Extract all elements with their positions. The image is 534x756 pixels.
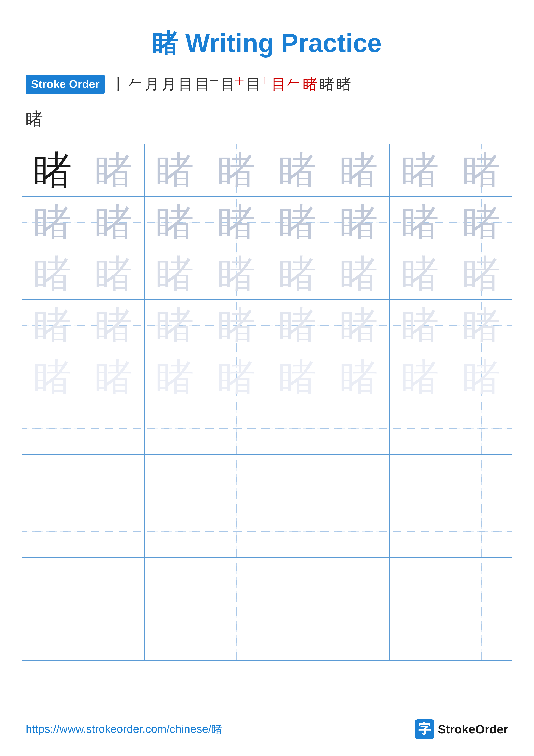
grid-cell[interactable]: 睹 <box>83 248 144 300</box>
grid-cell[interactable] <box>22 506 83 557</box>
footer-logo-icon: 字 <box>415 719 434 739</box>
grid-cell[interactable] <box>22 454 83 506</box>
grid-cell[interactable]: 睹 <box>267 351 328 403</box>
grid-cell[interactable]: 睹 <box>451 144 512 197</box>
grid-cell[interactable] <box>83 609 144 660</box>
grid-cell[interactable]: 睹 <box>328 197 390 248</box>
stroke-step-10: 睹 <box>303 74 318 94</box>
grid-cell[interactable]: 睹 <box>144 144 206 197</box>
grid-cell[interactable] <box>451 609 512 660</box>
footer-brand: 字 StrokeOrder <box>415 719 508 739</box>
stroke-step-5: 目 <box>178 74 193 94</box>
grid-cell[interactable] <box>328 506 390 557</box>
grid-cell[interactable]: 睹 <box>83 300 144 351</box>
grid-cell[interactable] <box>328 557 390 609</box>
grid-cell[interactable]: 睹 <box>206 144 267 197</box>
grid-cell[interactable]: 睹 <box>390 144 451 197</box>
grid-cell[interactable] <box>328 454 390 506</box>
grid-cell[interactable]: 睹 <box>206 248 267 300</box>
grid-cell[interactable]: 睹 <box>390 197 451 248</box>
grid-cell[interactable]: 睹 <box>22 144 83 197</box>
stroke-steps: 丨 𠂉 月 月 目 目一 目十 目土 目𠂉 睹 睹 睹 <box>111 74 508 94</box>
grid-cell[interactable] <box>267 609 328 660</box>
grid-cell[interactable] <box>22 403 83 454</box>
grid-cell[interactable] <box>390 609 451 660</box>
grid-cell[interactable] <box>451 454 512 506</box>
grid-cell[interactable]: 睹 <box>144 300 206 351</box>
grid-cell[interactable]: 睹 <box>83 197 144 248</box>
grid-cell[interactable]: 睹 <box>22 248 83 300</box>
stroke-order-section: Stroke Order 丨 𠂉 月 月 目 目一 目十 目土 目𠂉 睹 睹 睹 <box>0 74 534 94</box>
grid-cell[interactable]: 睹 <box>83 351 144 403</box>
grid-cell[interactable] <box>267 403 328 454</box>
grid-cell[interactable]: 睹 <box>451 248 512 300</box>
footer-url[interactable]: https://www.strokeorder.com/chinese/睹 <box>26 721 222 737</box>
grid-cell[interactable]: 睹 <box>328 248 390 300</box>
grid-cell[interactable]: 睹 <box>390 351 451 403</box>
grid-cell[interactable]: 睹 <box>390 248 451 300</box>
grid-cell[interactable] <box>451 403 512 454</box>
grid-cell[interactable]: 睹 <box>328 300 390 351</box>
grid-cell[interactable] <box>267 506 328 557</box>
page-title: 睹 Writing Practice <box>0 0 534 74</box>
grid-cell[interactable] <box>83 454 144 506</box>
stroke-step-12: 睹 <box>337 74 351 94</box>
grid-cell[interactable] <box>144 557 206 609</box>
grid-cell[interactable]: 睹 <box>451 351 512 403</box>
grid-cell[interactable] <box>390 403 451 454</box>
grid-cell[interactable]: 睹 <box>451 300 512 351</box>
grid-cell[interactable]: 睹 <box>144 248 206 300</box>
grid-cell[interactable]: 睹 <box>267 248 328 300</box>
grid-cell[interactable]: 睹 <box>267 300 328 351</box>
grid-cell[interactable]: 睹 <box>390 300 451 351</box>
grid-cell[interactable]: 睹 <box>267 144 328 197</box>
grid-cell[interactable]: 睹 <box>206 351 267 403</box>
stroke-step-6: 目一 <box>195 74 218 94</box>
grid-cell[interactable] <box>451 506 512 557</box>
stroke-step-2: 𠂉 <box>128 74 142 94</box>
grid-cell[interactable] <box>206 609 267 660</box>
stroke-step-11: 睹 <box>320 74 334 94</box>
grid-cell[interactable]: 睹 <box>267 197 328 248</box>
grid-cell[interactable] <box>206 454 267 506</box>
grid-cell[interactable] <box>267 557 328 609</box>
stroke-step-9: 目𠂉 <box>271 74 301 94</box>
grid-cell[interactable] <box>144 609 206 660</box>
grid-cell[interactable] <box>83 506 144 557</box>
footer-brand-name: StrokeOrder <box>438 722 508 736</box>
grid-cell[interactable] <box>83 403 144 454</box>
grid-cell[interactable]: 睹 <box>83 144 144 197</box>
grid-cell[interactable] <box>328 609 390 660</box>
grid-cell[interactable] <box>390 557 451 609</box>
grid-cell[interactable] <box>206 403 267 454</box>
grid-cell[interactable]: 睹 <box>144 351 206 403</box>
stroke-order-badge: Stroke Order <box>26 74 105 94</box>
grid-cell[interactable] <box>22 609 83 660</box>
grid-cell[interactable] <box>390 454 451 506</box>
footer: https://www.strokeorder.com/chinese/睹 字 … <box>26 719 508 739</box>
grid-cell[interactable]: 睹 <box>451 197 512 248</box>
grid-cell[interactable]: 睹 <box>22 197 83 248</box>
stroke-step-3: 月 <box>145 74 159 94</box>
practice-grid: 睹 睹 睹 睹 睹 睹 睹 睹 睹 睹 睹 睹 睹 睹 睹 睹 睹 睹 睹 睹 … <box>21 144 513 661</box>
grid-cell[interactable]: 睹 <box>328 351 390 403</box>
grid-cell[interactable]: 睹 <box>206 197 267 248</box>
grid-cell[interactable]: 睹 <box>144 197 206 248</box>
grid-cell[interactable] <box>390 506 451 557</box>
grid-cell[interactable]: 睹 <box>328 144 390 197</box>
grid-cell[interactable]: 睹 <box>22 300 83 351</box>
grid-cell[interactable] <box>144 506 206 557</box>
grid-cell[interactable] <box>328 403 390 454</box>
grid-cell[interactable] <box>144 454 206 506</box>
grid-cell[interactable] <box>144 403 206 454</box>
stroke-step-8: 目土 <box>246 74 269 94</box>
grid-cell[interactable] <box>206 557 267 609</box>
grid-cell[interactable] <box>206 506 267 557</box>
grid-cell[interactable] <box>451 557 512 609</box>
grid-cell[interactable] <box>267 454 328 506</box>
grid-cell[interactable] <box>22 557 83 609</box>
stroke-step-4: 月 <box>162 74 176 94</box>
grid-cell[interactable] <box>83 557 144 609</box>
grid-cell[interactable]: 睹 <box>22 351 83 403</box>
grid-cell[interactable]: 睹 <box>206 300 267 351</box>
